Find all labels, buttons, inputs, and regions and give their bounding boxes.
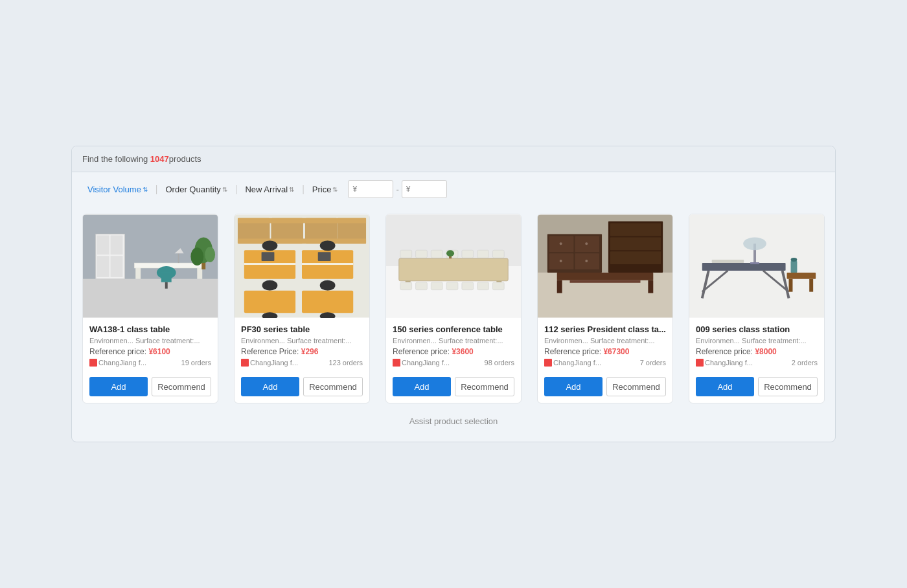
price-value-3: ¥3600 [452,347,473,356]
product-info-2: PF30 series table Environmen... Surface … [235,318,369,372]
svg-rect-94 [750,262,759,264]
product-info-4: 112 series President class ta... Environ… [538,318,672,372]
price-value-5: ¥8000 [755,347,776,356]
add-button-5[interactable]: Add [696,377,754,396]
recommend-button-4[interactable]: Recommend [606,377,666,396]
recommend-button-1[interactable]: Recommend [152,377,211,396]
svg-rect-56 [431,282,442,290]
svg-rect-30 [302,263,353,265]
price-value-4: ¥67300 [603,347,629,356]
svg-rect-82 [570,280,641,283]
svg-rect-97 [712,260,744,263]
svg-rect-47 [400,250,412,258]
price-from-input[interactable] [348,180,393,198]
price-to-input[interactable] [402,180,447,198]
svg-rect-81 [648,280,653,293]
product-price-3: Reference price: ¥3600 [393,347,514,356]
svg-rect-76 [610,223,661,236]
product-actions-1: Add Recommend [83,372,218,403]
add-button-1[interactable]: Add [89,377,148,396]
svg-point-31 [262,280,278,291]
svg-rect-10 [197,268,202,279]
filter-price[interactable]: Price ⇅ [307,182,343,197]
product-tags-1: Environmen... Surface treatment:... [89,337,211,345]
svg-point-34 [320,240,336,251]
svg-rect-36 [318,252,331,261]
svg-point-72 [585,242,588,245]
filter-visitor-volume[interactable]: Visitor Volume ⇅ [82,182,153,197]
svg-rect-38 [302,291,353,313]
add-button-4[interactable]: Add [544,377,603,396]
svg-rect-53 [492,250,504,258]
seller-text-3: ChangJiang f... [402,359,450,367]
product-count: 1047 [150,154,169,164]
separator-1: | [155,184,158,194]
product-image-3 [386,214,521,318]
svg-rect-51 [462,250,474,258]
product-tags-3: Environmen... Surface treatment:... [393,337,514,345]
seller-icon-4 [544,359,552,367]
svg-rect-13 [165,282,168,289]
product-actions-4: Add Recommend [538,372,672,403]
product-name-3: 150 series conference table [393,324,514,334]
order-count-4: 7 orders [640,359,666,367]
svg-rect-58 [462,282,474,290]
products-grid: WA138-1 class table Environmen... Surfac… [72,206,835,411]
price-value-2: ¥296 [301,347,319,356]
product-tags-5: Environmen... Surface treatment:... [696,337,818,345]
product-seller-5: ChangJiang f... 2 orders [696,359,818,367]
product-price-2: Reference Price: ¥296 [241,347,363,356]
svg-rect-89 [787,273,816,279]
svg-rect-60 [492,282,504,290]
seller-text-5: ChangJiang f... [705,359,753,367]
filter-bar: Visitor Volume ⇅ | Order Quantity ⇅ | Ne… [72,172,835,206]
product-actions-2: Add Recommend [235,372,369,403]
product-tags-4: Environmen... Surface treatment:... [544,337,666,345]
add-button-3[interactable]: Add [393,377,451,396]
recommend-button-3[interactable]: Recommend [455,377,514,396]
recommend-button-2[interactable]: Recommend [303,377,363,396]
svg-rect-18 [178,253,179,263]
product-card-5: 009 series class station Environmen... S… [689,214,825,403]
product-seller-4: ChangJiang f... 7 orders [544,359,666,367]
svg-point-62 [446,250,454,256]
products-label: products [169,154,201,164]
order-count-5: 2 orders [792,359,818,367]
product-info-3: 150 series conference table Environmen..… [386,318,521,372]
product-seller-3: ChangJiang f... 98 orders [393,359,514,367]
price-range: - [348,180,446,198]
svg-point-96 [790,258,797,262]
svg-rect-35 [262,252,275,261]
price-label: Price [312,185,332,194]
order-quantity-label: Order Quantity [166,185,221,194]
product-image-5 [689,214,824,318]
add-button-2[interactable]: Add [241,377,299,396]
svg-rect-4 [97,235,109,254]
svg-rect-90 [789,279,793,292]
seller-name-5: ChangJiang f... [696,359,753,367]
product-price-5: Reference price: ¥8000 [696,347,818,356]
product-tags-2: Environmen... Surface treatment:... [241,337,363,345]
product-name-5: 009 series class station [696,324,818,334]
seller-text-4: ChangJiang f... [553,359,601,367]
recommend-button-5[interactable]: Recommend [758,377,818,396]
svg-point-74 [585,260,588,262]
product-name-2: PF30 series table [241,324,363,334]
svg-rect-29 [244,263,295,265]
svg-rect-78 [610,251,661,264]
seller-icon-3 [393,359,400,367]
svg-rect-84 [702,263,786,271]
new-arrival-arrow: ⇅ [289,186,294,193]
product-price-4: Reference price: ¥67300 [544,347,666,356]
svg-rect-95 [790,261,797,273]
svg-rect-37 [244,291,295,313]
svg-rect-91 [809,279,813,292]
seller-text-2: ChangJiang f... [250,359,298,367]
product-actions-5: Add Recommend [689,372,824,403]
filter-new-arrival[interactable]: New Arrival ⇅ [240,182,299,197]
separator-2: | [235,184,238,194]
filter-order-quantity[interactable]: Order Quantity ⇅ [161,182,233,197]
svg-rect-55 [416,282,428,290]
seller-name-3: ChangJiang f... [393,359,450,367]
product-price-1: Reference price: ¥6100 [89,347,211,356]
